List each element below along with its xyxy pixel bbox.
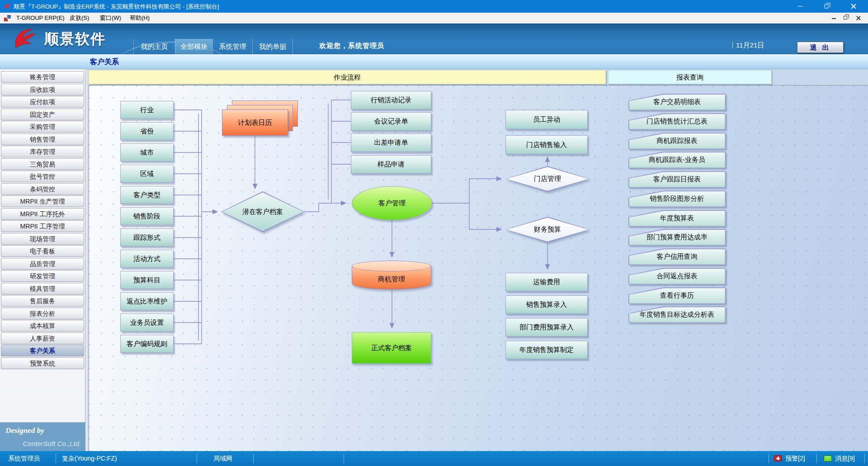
sidebar-item-shopfloor[interactable]: 现场管理 (1, 233, 84, 245)
flow-connectors (89, 86, 868, 451)
flow-box-marketing-activity[interactable]: 行销活动记录 (351, 91, 431, 109)
company-credit-text: CenterSoft Co.,Ltd. (23, 440, 81, 447)
sidebar-item-mold[interactable]: 模具管理 (1, 283, 84, 295)
mdi-minimize-button[interactable] (832, 14, 841, 22)
flow-box-industry[interactable]: 行业 (120, 101, 174, 119)
sidebar-item-purchasing[interactable]: 采购管理 (1, 121, 84, 133)
report-dept-budget-achievement[interactable]: 部门预算费用达成率 (628, 229, 726, 246)
menu-window[interactable]: 窗口(W) (97, 13, 124, 24)
flow-box-sales-budget-entry[interactable]: 销售预算录入 (505, 295, 588, 314)
sidebar-item-batch-control[interactable]: 批号管控 (1, 171, 84, 182)
menu-tgroup-erp[interactable]: T-GROUP ERP(E) (14, 13, 67, 24)
flow-box-activity-mode[interactable]: 活动方式 (120, 250, 174, 268)
module-sidebar: 账务管理 应收款项 应付款项 固定资产 采购管理 销售管理 库存管理 三角贸易 … (0, 69, 85, 451)
flow-diamond-prospect-file[interactable]: 潜在客户档案 (221, 191, 304, 232)
flow-box-region[interactable]: 区域 (120, 165, 174, 183)
window-title: 顺景『T-GROUP』制造业ERP系统 - 东莞顺景软件科技有限公司 - [系统… (14, 3, 219, 11)
status-alert[interactable]: 预警[2] (785, 455, 805, 463)
tab-my-documents[interactable]: 我的单据 (252, 39, 293, 54)
flow-box-business-trip[interactable]: 出差申请单 (351, 133, 431, 152)
report-customer-tracking-daily[interactable]: 客户跟踪日报表 (628, 171, 726, 188)
app-window: 顺景『T-GROUP』制造业ERP系统 - 东莞顺景软件科技有限公司 - [系统… (0, 0, 868, 466)
flow-box-province[interactable]: 省份 (120, 122, 174, 140)
menu-help[interactable]: 帮助(H) (127, 13, 152, 24)
sidebar-item-barcode-control[interactable]: 条码管控 (1, 183, 84, 195)
sidebar-item-mrp2-process[interactable]: MRPII 工序管理 (1, 220, 84, 232)
restore-icon (825, 5, 829, 9)
report-contract-rebate[interactable]: 合同返点报表 (628, 268, 726, 285)
sidebar-item-receivables[interactable]: 应收款项 (1, 84, 84, 95)
brand-logo-text: 顺景软件 (44, 29, 106, 49)
sidebar-item-mrp2-outsourcing[interactable]: MRPII 工序托外 (1, 208, 84, 220)
restore-icon (844, 16, 847, 19)
window-minimize-button[interactable] (790, 0, 811, 13)
report-customer-transaction-detail[interactable]: 客户交易明细表 (628, 94, 726, 110)
report-query-header: 报表查询 (608, 70, 772, 84)
sidebar-item-aftersales[interactable]: 售后服务 (1, 295, 84, 307)
flow-box-sales-stage[interactable]: 销售阶段 (120, 207, 174, 225)
flow-diamond-store-management[interactable]: 门店管理 (505, 166, 590, 192)
sidebar-item-hr-payroll[interactable]: 人事薪资 (1, 333, 84, 344)
tab-system-management[interactable]: 系统管理 (212, 39, 252, 54)
flow-box-sample-request[interactable]: 样品申请 (351, 155, 431, 174)
report-annual-budget[interactable]: 年度预算表 (628, 210, 726, 227)
sidebar-item-mrp2-production[interactable]: MRPII 生产管理 (1, 195, 84, 207)
tab-all-modules[interactable]: 全部模块 (175, 39, 212, 54)
flow-box-dept-expense-budget-entry[interactable]: 部门费用预算录入 (505, 318, 588, 337)
sidebar-item-payables[interactable]: 应付款项 (1, 96, 84, 108)
report-view-calendar[interactable]: 查看行事历 (628, 287, 726, 304)
menu-skin[interactable]: 皮肤(S) (67, 13, 92, 24)
sidebar-item-customer-relations[interactable]: 客户关系 (1, 345, 84, 357)
sidebar-item-triangle-trade[interactable]: 三角贸易 (1, 158, 84, 170)
window-restore-button[interactable] (816, 0, 837, 13)
sidebar-item-fixed-assets[interactable]: 固定资产 (1, 109, 84, 120)
mdi-restore-button[interactable] (844, 14, 853, 22)
flow-box-budget-subject[interactable]: 预算科目 (120, 271, 174, 289)
report-annual-sales-target-analysis[interactable]: 年度销售目标达成分析表 (628, 306, 726, 323)
flow-box-customer-code-rule[interactable]: 客户编码规则 (120, 335, 174, 353)
designed-by-block: Designed by CenterSoft Co.,Ltd. (0, 422, 85, 451)
status-message[interactable]: 消息[9] (835, 455, 855, 463)
flow-box-customer-type[interactable]: 客户类型 (120, 186, 174, 204)
flow-box-employee-change[interactable]: 员工异动 (505, 110, 588, 129)
exit-button[interactable]: 退 出 (797, 42, 844, 53)
flow-box-transport-cost[interactable]: 运输费用 (505, 273, 588, 291)
flow-box-annual-sales-budget[interactable]: 年度销售预算制定 (505, 341, 588, 359)
sidebar-item-quality[interactable]: 品质管理 (1, 258, 84, 270)
report-opportunity-tracking-salesman[interactable]: 商机跟踪表-业务员 (628, 152, 726, 168)
process-flow-header: 作业流程 (89, 70, 606, 84)
flow-box-plan-calendar[interactable]: 计划表日历 (222, 109, 288, 136)
sidebar-item-alert-system[interactable]: 预警系统 (1, 357, 84, 369)
main-content: 作业流程 报表查询 (89, 69, 868, 451)
status-user: 系统管理员 (8, 455, 40, 463)
report-store-sales-summary[interactable]: 门店销售统计汇总表 (628, 113, 726, 130)
flow-cylinder-opportunity-management[interactable]: 商机管理 (352, 261, 432, 290)
status-bar: 系统管理员 复杂(Young-PC:FZ) 局域网 预警[2] 消息[9] (0, 451, 868, 466)
tab-my-home[interactable]: 我的主页 (133, 39, 175, 54)
sidebar-item-accounting[interactable]: 账务管理 (1, 71, 84, 83)
sidebar-item-inventory[interactable]: 库存管理 (1, 146, 84, 157)
flow-box-salesman-setup[interactable]: 业务员设置 (120, 314, 174, 332)
flow-box-store-sales-entry[interactable]: 门店销售输入 (505, 135, 588, 154)
sidebar-item-sales[interactable]: 销售管理 (1, 133, 84, 145)
window-close-button[interactable] (843, 0, 864, 13)
flowchart-canvas: 行业 省份 城市 区域 客户类型 销售阶段 跟踪形式 活动方式 预算科目 返点比… (89, 85, 868, 451)
mdi-close-button[interactable] (856, 14, 865, 22)
report-customer-credit-query[interactable]: 客户信用查询 (628, 248, 726, 265)
report-sales-stage-graph[interactable]: 销售阶段图形分析 (628, 190, 726, 207)
header-banner: 顺景软件 我的主页 全部模块 系统管理 我的单据 欢迎您，系统管理员 11月21… (0, 24, 868, 54)
sidebar-item-rnd[interactable]: 研发管理 (1, 270, 84, 282)
status-host: 复杂(Young-PC:FZ) (62, 455, 117, 463)
flow-diamond-financial-budget[interactable]: 财务预算 (505, 217, 590, 243)
flow-box-city[interactable]: 城市 (120, 143, 174, 162)
sidebar-item-costing[interactable]: 成本核算 (1, 320, 84, 332)
flow-box-rebate-ratio[interactable]: 返点比率维护 (120, 292, 174, 310)
flow-box-tracking-form[interactable]: 跟踪形式 (120, 228, 174, 247)
flow-box-formal-customer-file[interactable]: 正式客户档案 (352, 332, 431, 364)
sidebar-item-eboard[interactable]: 电子看板 (1, 245, 84, 257)
report-opportunity-tracking[interactable]: 商机跟踪报表 (628, 133, 726, 149)
sidebar-item-report-analysis[interactable]: 报表分析 (1, 308, 84, 319)
flow-ellipse-customer-management[interactable]: 客户管理 (352, 186, 432, 220)
flow-box-meeting-record[interactable]: 会议记录单 (351, 112, 431, 131)
close-icon (851, 4, 856, 9)
